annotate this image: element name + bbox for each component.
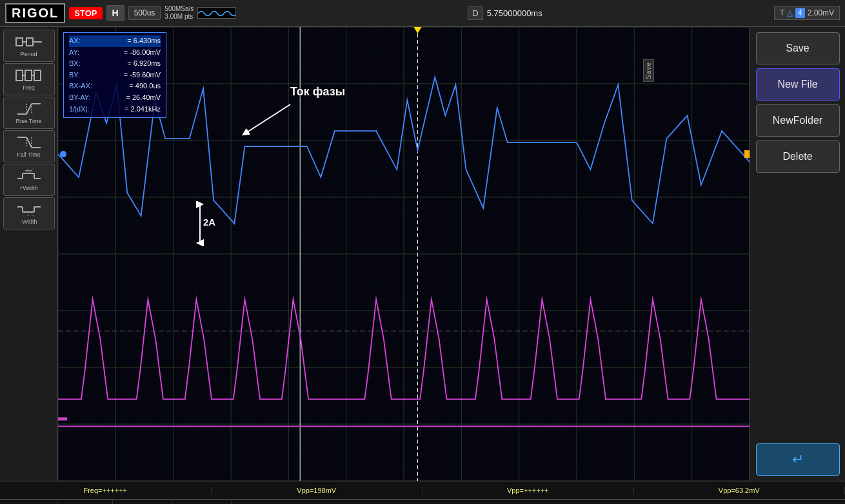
bxax-value: = 490.0us (129, 81, 161, 92)
t-value: 2.00mV (808, 8, 834, 17)
2a-arrow: 2A (184, 201, 216, 246)
sidebar-label-rise: Rise Time (15, 118, 41, 124)
measurement-box: AX: = 6.430ms AY: = -86.00mV BX: = 6.920… (63, 32, 166, 118)
svg-rect-9 (34, 70, 41, 81)
sidebar-btn-rise[interactable]: Rise Time (3, 97, 55, 129)
ax-label: AX: (69, 35, 81, 47)
sidebar-btn-fall[interactable]: Fall Time (3, 130, 55, 162)
svg-rect-5 (16, 70, 23, 81)
save-button[interactable]: Save (756, 32, 840, 64)
channel-4[interactable]: 4 20.0mV (172, 500, 232, 504)
sidebar-btn-nwidth[interactable]: ←→ -Width (3, 197, 55, 229)
sidebar-label-period: Period (20, 51, 37, 57)
sidebar: Period Freq Rise Time (0, 27, 58, 481)
right-panel: Save New File NewFolder Delete ↵ (750, 27, 845, 481)
channel-1[interactable]: 1 500mV (0, 500, 57, 504)
h-label: H (106, 5, 124, 21)
svg-line-11 (26, 104, 32, 114)
label-2a: 2A (184, 201, 216, 249)
delete-button[interactable]: Delete (756, 141, 840, 173)
d-label: D (468, 6, 482, 20)
bmeas-2: Vpp=++++++ (422, 487, 634, 494)
sidebar-label-fall: Fall Time (17, 151, 41, 158)
t-label: T (780, 8, 784, 17)
channel-3[interactable]: 3 50.0mV (113, 500, 172, 504)
t-icon: △ (787, 8, 793, 17)
d-block: D 5.75000000ms (468, 6, 542, 20)
oscilloscope-screen[interactable]: AX: = 6.430ms AY: = -86.00mV BX: = 6.920… (58, 27, 750, 481)
sidebar-label-pwidth: +Width (19, 185, 37, 191)
byay-label: BY-AY: (69, 92, 91, 104)
svg-line-33 (245, 104, 290, 133)
svg-text:←→: ←→ (26, 213, 34, 217)
svg-rect-0 (16, 38, 23, 46)
ay-value: = -86.00mV (124, 47, 161, 59)
bmeas-1: Vpp=198mV (212, 487, 423, 494)
new-file-button[interactable]: New File (756, 68, 840, 101)
annotation: Ток фазы (290, 85, 345, 99)
wave-display (197, 7, 236, 19)
bmeas-0: Freq=++++++ (0, 487, 212, 494)
svg-line-16 (26, 137, 32, 148)
enter-button[interactable]: ↵ (756, 443, 840, 476)
rigol-logo: RIGOL (5, 3, 65, 23)
bx-label: BX: (69, 58, 81, 70)
ax-value: = 6.430ms (127, 35, 161, 47)
h-value[interactable]: 500us (128, 6, 161, 20)
svg-rect-7 (25, 70, 32, 81)
by-label: BY: (69, 70, 80, 81)
enter-icon: ↵ (792, 451, 804, 468)
new-folder-button[interactable]: NewFolder (756, 104, 840, 137)
by-value: = -59.60mV (124, 70, 161, 81)
bottom-meas-bar: Freq=++++++ Vpp=198mV Vpp=++++++ Vpp=63.… (0, 481, 845, 499)
channel-2[interactable]: 2 1.00 V (57, 500, 113, 504)
d-value: 5.75000000ms (487, 8, 542, 18)
main-area: Period Freq Rise Time (0, 27, 845, 481)
sample-info: 500MSa/s 3.00M pts (164, 5, 194, 21)
bx-value: = 6.920ms (127, 58, 161, 70)
annotation-text: Ток фазы (290, 85, 345, 98)
svg-text:←→: ←→ (26, 168, 34, 171)
svg-text:2A: 2A (203, 217, 215, 228)
freq-value: = 2.041kHz (124, 104, 161, 115)
channel-bar: 1 500mV 2 1.00 V 3 50.0mV 4 20.0mV ◁ 🔊 (0, 499, 845, 504)
freq-label: 1/|dX|: (69, 104, 89, 115)
sidebar-label-freq: Freq (23, 84, 35, 91)
annotation-arrow (232, 98, 297, 143)
svg-rect-2 (26, 38, 33, 46)
ay-label: AY: (69, 47, 79, 59)
bxax-label: BX-AX: (69, 81, 92, 92)
sidebar-btn-freq[interactable]: Freq (3, 63, 55, 95)
byay-value: = 26.40mV (126, 92, 161, 104)
sidebar-btn-pwidth[interactable]: ←→ +Width (3, 164, 55, 196)
stop-badge[interactable]: STOP (69, 7, 102, 19)
topbar: RIGOL STOP H 500us 500MSa/s 3.00M pts D … (0, 0, 845, 27)
sidebar-label-nwidth: -Width (20, 218, 37, 225)
sidebar-btn-period[interactable]: Period (3, 30, 55, 62)
t-ch: 4 (795, 8, 805, 18)
t-block: T △ 4 2.00mV (774, 6, 840, 20)
bmeas-3: Vpp=63.2mV (634, 487, 846, 494)
save-side-label: Save (643, 59, 654, 82)
